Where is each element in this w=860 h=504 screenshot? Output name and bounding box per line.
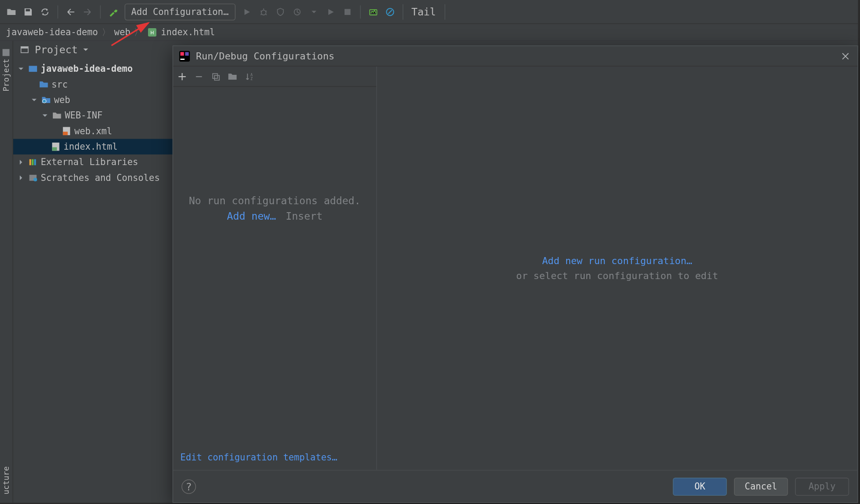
chevron-down-icon[interactable] — [31, 97, 38, 103]
stop-circle-icon[interactable] — [382, 4, 397, 19]
tree-label: External Libraries — [41, 157, 138, 167]
dialog-title: Run/Debug Configurations — [196, 50, 334, 62]
save-icon[interactable] — [20, 4, 36, 19]
svg-rect-7 — [3, 49, 10, 56]
svg-rect-2 — [344, 9, 350, 15]
right-sub-text: or select run configuration to edit — [516, 270, 719, 281]
run2-icon[interactable] — [322, 4, 338, 19]
debug-icon[interactable] — [256, 4, 271, 19]
run-debug-config-dialog: Run/Debug Configurations AZ No run confi… — [173, 45, 858, 503]
dialog-footer: ? OK Cancel Apply — [173, 470, 857, 502]
dialog-toolbar: AZ — [173, 66, 376, 87]
dialog-left-panel: AZ No run configurations added. Add new…… — [173, 66, 377, 470]
profile-icon[interactable] — [289, 4, 304, 19]
scratches-icon — [28, 173, 38, 182]
folder-icon — [52, 112, 62, 119]
apply-label: Apply — [808, 481, 835, 492]
svg-text:Z: Z — [250, 77, 252, 81]
tree-label: web.xml — [74, 126, 112, 136]
project-view-icon — [19, 45, 30, 54]
svg-rect-22 — [180, 52, 184, 55]
apply-button: Apply — [795, 478, 849, 496]
svg-text:H: H — [150, 30, 154, 35]
intellij-icon — [179, 51, 190, 61]
tree-label: WEB-INF — [65, 110, 103, 121]
svg-rect-9 — [21, 47, 28, 48]
chevron-right-icon[interactable] — [18, 175, 25, 181]
html-file-icon — [50, 143, 61, 151]
html-file-icon: H — [147, 28, 157, 37]
attach-icon[interactable] — [365, 4, 381, 19]
structure-tool-tab[interactable]: ucture — [2, 462, 11, 500]
breadcrumb-root[interactable]: javaweb-idea-demo — [6, 27, 98, 37]
tree-label: web — [54, 95, 70, 105]
svg-rect-15 — [52, 147, 57, 151]
left-tool-rail: Project ucture — [0, 40, 13, 503]
back-icon[interactable] — [63, 4, 78, 19]
dialog-right-panel: Add new run configuration… or select run… — [377, 66, 857, 470]
svg-rect-23 — [185, 52, 189, 55]
svg-rect-16 — [30, 159, 31, 166]
refresh-icon[interactable] — [37, 4, 52, 19]
tail-button[interactable]: Tail — [402, 4, 445, 19]
add-configuration-label: Add Configuration… — [131, 6, 229, 17]
breadcrumb-folder[interactable]: web — [114, 27, 130, 37]
breadcrumb-file[interactable]: index.html — [161, 27, 215, 37]
svg-rect-13 — [63, 132, 68, 135]
sort-icon[interactable]: AZ — [245, 72, 253, 81]
add-new-run-config-link[interactable]: Add new run configuration… — [542, 255, 692, 266]
cancel-button[interactable]: Cancel — [734, 478, 788, 496]
svg-rect-18 — [34, 159, 36, 166]
tree-label: index.html — [63, 141, 118, 152]
help-icon[interactable]: ? — [182, 479, 196, 494]
xml-file-icon — [61, 127, 72, 135]
svg-point-0 — [261, 10, 266, 15]
ok-label: OK — [694, 481, 705, 492]
cancel-label: Cancel — [745, 481, 777, 492]
svg-text:A: A — [250, 72, 252, 77]
svg-rect-10 — [29, 66, 37, 72]
add-new-link[interactable]: Add new… — [227, 210, 276, 222]
chevron-down-icon[interactable] — [18, 66, 25, 72]
dialog-titlebar: Run/Debug Configurations — [173, 46, 857, 66]
ok-button[interactable]: OK — [673, 478, 727, 496]
svg-rect-24 — [180, 59, 185, 60]
project-panel-title: Project — [35, 44, 78, 55]
add-icon[interactable] — [178, 72, 186, 81]
build-hammer-icon[interactable] — [105, 4, 121, 19]
copy-icon[interactable] — [211, 72, 220, 81]
open-icon[interactable] — [4, 4, 19, 19]
edit-templates-link[interactable]: Edit configuration templates… — [180, 452, 337, 463]
dropdown-chevron-icon[interactable] — [306, 4, 321, 19]
tail-label: Tail — [411, 6, 436, 18]
coverage-icon[interactable] — [272, 4, 288, 19]
svg-rect-26 — [215, 75, 219, 80]
breadcrumb-separator: 〉 — [134, 27, 143, 38]
tree-label: Scratches and Consoles — [41, 173, 159, 183]
svg-rect-25 — [213, 74, 218, 78]
svg-rect-17 — [32, 159, 33, 166]
stop-icon[interactable] — [340, 4, 355, 19]
project-tool-tab[interactable]: Project — [2, 44, 11, 96]
add-configuration-button[interactable]: Add Configuration… — [125, 3, 235, 20]
chevron-down-icon[interactable] — [42, 113, 49, 119]
empty-message: No run configurations added. — [189, 195, 361, 206]
folder-icon[interactable] — [228, 73, 237, 80]
breadcrumb: javaweb-idea-demo 〉 web 〉 H index.html — [0, 24, 858, 40]
remove-icon[interactable] — [195, 72, 203, 81]
main-toolbar: Add Configuration… Tail — [0, 0, 858, 24]
close-icon[interactable] — [839, 51, 851, 61]
breadcrumb-separator: 〉 — [102, 27, 111, 38]
forward-icon[interactable] — [80, 4, 95, 19]
libraries-icon — [28, 158, 38, 166]
chevron-right-icon[interactable] — [18, 159, 25, 166]
svg-point-11 — [43, 99, 46, 103]
module-icon — [28, 65, 38, 73]
add-new-hint: Insert — [286, 210, 323, 222]
web-folder-icon — [41, 96, 51, 103]
dialog-left-empty: No run configurations added. Add new… In… — [173, 87, 376, 444]
run-icon[interactable] — [239, 4, 254, 19]
svg-point-20 — [33, 178, 37, 181]
folder-icon — [38, 81, 49, 88]
chevron-down-icon[interactable] — [82, 47, 89, 53]
